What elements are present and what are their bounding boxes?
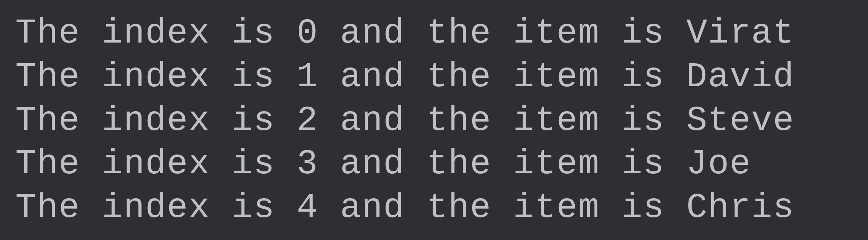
output-line: The index is 0 and the item is Virat	[15, 12, 853, 55]
output-line: The index is 4 and the item is Chris	[15, 186, 853, 230]
output-line: The index is 3 and the item is Joe	[15, 142, 853, 186]
terminal-output: The index is 0 and the item is Virat The…	[15, 12, 853, 230]
output-line: The index is 2 and the item is Steve	[15, 99, 853, 143]
output-line: The index is 1 and the item is David	[15, 55, 853, 99]
